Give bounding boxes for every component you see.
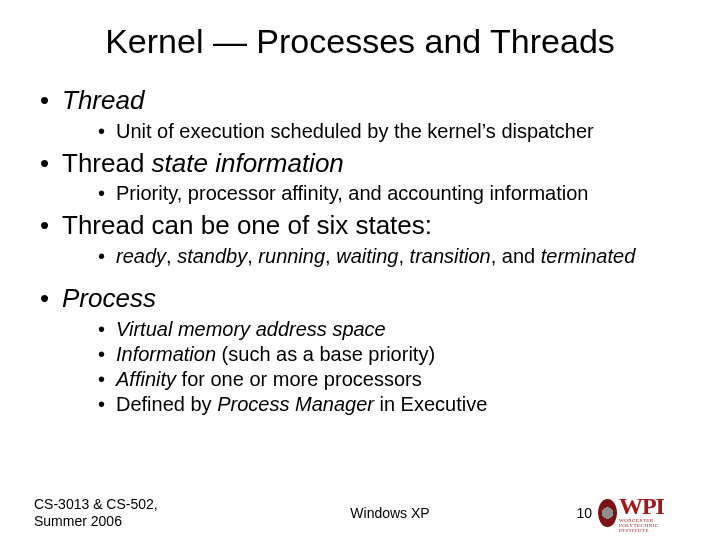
bullet-six-head: Thread can be one of six states: bbox=[62, 210, 432, 240]
page-number: 10 bbox=[576, 505, 592, 521]
bullet-state-info: Thread state information Priority, proce… bbox=[40, 148, 686, 207]
bullet-state-sub: Priority, processor affinity, and accoun… bbox=[98, 181, 686, 206]
bullet-thread-sublist: Unit of execution scheduled by the kerne… bbox=[62, 119, 686, 144]
bullet-six-states: Thread can be one of six states: ready, … bbox=[40, 210, 686, 269]
bullet-thread-head: Thread bbox=[62, 85, 144, 115]
bullet-process-head: Process bbox=[62, 283, 156, 313]
bullet-state-sublist: Priority, processor affinity, and accoun… bbox=[62, 181, 686, 206]
bullet-process-sublist: Virtual memory address space Information… bbox=[62, 317, 686, 417]
bullet-state-head-it: state information bbox=[152, 148, 344, 178]
bullet-list: Thread Unit of execution scheduled by th… bbox=[34, 85, 686, 417]
bullet-thread-sub: Unit of execution scheduled by the kerne… bbox=[98, 119, 686, 144]
footer-left: CS-3013 & CS-502, Summer 2006 bbox=[34, 496, 234, 530]
footer-topic: Windows XP bbox=[234, 505, 546, 521]
bullet-thread: Thread Unit of execution scheduled by th… bbox=[40, 85, 686, 144]
footer-term: Summer 2006 bbox=[34, 513, 234, 530]
slide-title: Kernel — Processes and Threads bbox=[34, 22, 686, 61]
process-sub-affinity: Affinity for one or more processors bbox=[98, 367, 686, 392]
footer-course: CS-3013 & CS-502, bbox=[34, 496, 234, 513]
process-sub-vm: Virtual memory address space bbox=[98, 317, 686, 342]
wpi-wordmark: WPI WORCESTER POLYTECHNIC INSTITUTE bbox=[619, 494, 686, 533]
process-sub-info: Information (such as a base priority) bbox=[98, 342, 686, 367]
footer-right: 10 WPI WORCESTER POLYTECHNIC INSTITUTE bbox=[546, 496, 686, 530]
wpi-seal-icon bbox=[598, 499, 617, 527]
bullet-six-sub: ready, standby, running, waiting, transi… bbox=[98, 244, 686, 269]
wpi-logo: WPI WORCESTER POLYTECHNIC INSTITUTE bbox=[598, 496, 686, 530]
process-sub-defined: Defined by Process Manager in Executive bbox=[98, 392, 686, 417]
bullet-six-sublist: ready, standby, running, waiting, transi… bbox=[62, 244, 686, 269]
slide: Kernel — Processes and Threads Thread Un… bbox=[0, 0, 720, 540]
footer: CS-3013 & CS-502, Summer 2006 Windows XP… bbox=[34, 496, 686, 530]
bullet-state-head-a: Thread bbox=[62, 148, 152, 178]
bullet-process: Process Virtual memory address space Inf… bbox=[40, 283, 686, 417]
